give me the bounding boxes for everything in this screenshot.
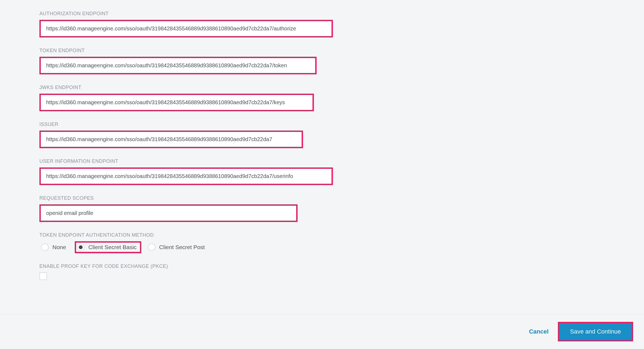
auth-method-field: TOKEN ENDPOINT AUTHENTICATION METHOD Non…	[39, 232, 644, 253]
token-endpoint-label: TOKEN ENDPOINT	[39, 48, 644, 53]
authorization-endpoint-label: AUTHORIZATION ENDPOINT	[39, 11, 644, 17]
radio-label-basic: Client Secret Basic	[88, 244, 136, 250]
scopes-input[interactable]	[41, 206, 296, 221]
auth-method-label: TOKEN ENDPOINT AUTHENTICATION METHOD	[39, 232, 644, 238]
form-footer: Cancel Save and Continue	[0, 314, 644, 349]
oidc-config-form: AUTHORIZATION ENDPOINT TOKEN ENDPOINT JW…	[0, 0, 644, 280]
jwks-endpoint-label: JWKS ENDPOINT	[39, 85, 644, 90]
auth-method-option-basic[interactable]: Client Secret Basic	[75, 241, 141, 253]
pkce-checkbox[interactable]	[39, 272, 47, 280]
radio-label-none: None	[52, 244, 66, 250]
authorization-endpoint-input[interactable]	[41, 21, 332, 36]
highlight-box	[39, 167, 333, 185]
scopes-field: REQUESTED SCOPES	[39, 195, 644, 222]
issuer-field: ISSUER	[39, 122, 644, 148]
auth-method-radio-group: None Client Secret Basic Client Secret P…	[39, 241, 644, 253]
highlight-box	[39, 94, 314, 111]
cancel-button[interactable]: Cancel	[529, 328, 549, 335]
highlight-box	[39, 204, 298, 222]
token-endpoint-input[interactable]	[41, 58, 315, 73]
highlight-box	[39, 57, 317, 74]
auth-method-option-post[interactable]: Client Secret Post	[146, 242, 209, 253]
radio-label-post: Client Secret Post	[159, 244, 205, 250]
auth-method-option-none[interactable]: None	[39, 242, 70, 253]
userinfo-endpoint-label: USER INFORMATION ENDPOINT	[39, 158, 644, 164]
scopes-label: REQUESTED SCOPES	[39, 195, 644, 201]
jwks-endpoint-field: JWKS ENDPOINT	[39, 85, 644, 111]
userinfo-endpoint-input[interactable]	[41, 169, 332, 184]
authorization-endpoint-field: AUTHORIZATION ENDPOINT	[39, 11, 644, 37]
pkce-label: ENABLE PROOF KEY FOR CODE EXCHANGE (PKCE…	[39, 264, 644, 269]
radio-icon	[41, 243, 49, 251]
jwks-endpoint-input[interactable]	[41, 95, 312, 110]
issuer-label: ISSUER	[39, 122, 644, 127]
highlight-box: Save and Continue	[558, 322, 633, 341]
userinfo-endpoint-field: USER INFORMATION ENDPOINT	[39, 158, 644, 185]
pkce-field: ENABLE PROOF KEY FOR CODE EXCHANGE (PKCE…	[39, 264, 644, 280]
radio-icon	[148, 243, 155, 251]
highlight-box	[39, 131, 303, 148]
highlight-box	[39, 20, 333, 37]
radio-icon	[77, 243, 85, 251]
issuer-input[interactable]	[41, 132, 302, 147]
token-endpoint-field: TOKEN ENDPOINT	[39, 48, 644, 74]
save-continue-button[interactable]: Save and Continue	[559, 323, 632, 340]
